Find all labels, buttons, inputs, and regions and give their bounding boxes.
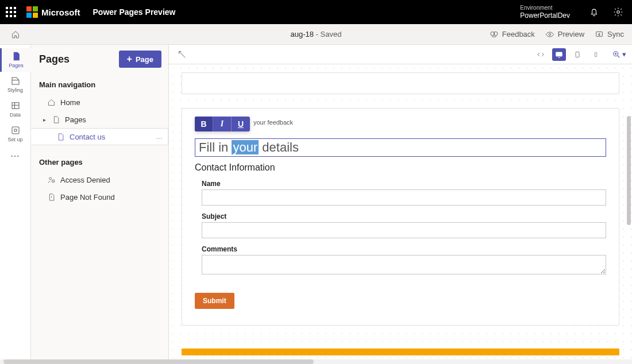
styling-icon: [10, 76, 21, 86]
code-view-button[interactable]: [534, 48, 548, 61]
app-launcher-icon[interactable]: [3, 5, 18, 20]
nav-home[interactable]: Home: [39, 94, 168, 111]
svg-point-8: [14, 129, 17, 132]
chevron-down-icon: ▾: [622, 50, 626, 59]
desktop-view-button[interactable]: [552, 48, 566, 61]
home-button[interactable]: [0, 30, 31, 39]
svg-point-4: [549, 33, 550, 35]
selected-text: your: [232, 140, 259, 154]
environment-name: PowerPortalDev: [520, 11, 570, 20]
label-subject: Subject: [202, 212, 606, 220]
form-subheading: Contact Information: [195, 162, 606, 173]
svg-point-1: [617, 11, 620, 14]
input-subject[interactable]: [202, 222, 606, 238]
bold-button[interactable]: B: [195, 117, 213, 131]
svg-rect-5: [596, 32, 603, 36]
site-status: aug-18 - Saved: [291, 30, 342, 38]
preview-button[interactable]: Preview: [545, 30, 584, 39]
field-name: Name: [195, 180, 606, 206]
new-page-button[interactable]: + Page: [119, 51, 161, 68]
brand-text: Microsoft: [41, 7, 80, 17]
mobile-view-button[interactable]: [589, 48, 603, 61]
italic-button[interactable]: I: [213, 117, 232, 131]
underline-button[interactable]: U: [232, 117, 250, 131]
nav-access-denied[interactable]: Access Denied: [39, 171, 168, 188]
notifications-icon[interactable]: [586, 4, 602, 20]
nav-rail: Pages Styling Data Set up ⋯: [0, 45, 31, 364]
product-name: Power Pages Preview: [93, 7, 176, 17]
environment-picker[interactable]: Environment PowerPortalDev: [505, 5, 570, 20]
rail-styling[interactable]: Styling: [0, 73, 31, 96]
input-comments[interactable]: [202, 255, 606, 274]
horizontal-scrollbar[interactable]: [0, 359, 632, 364]
nav-contact-us[interactable]: Contact us …: [31, 128, 168, 145]
page-alert-icon: [47, 193, 56, 202]
preview-icon: [545, 30, 554, 39]
feedback-icon: [490, 30, 499, 39]
svg-point-9: [49, 177, 52, 180]
command-bar: aug-18 - Saved Feedback Preview Sync: [0, 24, 632, 45]
pages-panel: Pages + Page Main navigation Home ▸ Page…: [31, 45, 169, 364]
svg-rect-6: [12, 103, 19, 109]
canvas-toolbar: ▾: [169, 45, 632, 64]
input-name[interactable]: [202, 189, 606, 206]
data-icon: [10, 100, 21, 111]
feedback-trail-text: your feedback: [253, 119, 606, 126]
svg-rect-13: [595, 52, 596, 57]
item-more-icon[interactable]: …: [156, 133, 163, 141]
rail-pages[interactable]: Pages: [0, 48, 31, 72]
chevron-right-icon: ▸: [41, 117, 47, 123]
environment-icon: [505, 7, 514, 17]
lock-person-icon: [47, 176, 56, 184]
text-format-toolbar: B I U: [195, 117, 250, 131]
titlebar: Microsoft Power Pages Preview Environmen…: [0, 0, 632, 24]
section-main-nav: Main navigation: [39, 80, 168, 89]
heading-editor[interactable]: Fill in your details: [195, 138, 606, 157]
svg-rect-11: [556, 52, 562, 56]
canvas-header-card[interactable]: [182, 72, 619, 94]
nav-page-not-found[interactable]: Page Not Found: [39, 188, 168, 206]
site-name: aug-18: [291, 30, 314, 38]
page-outline-icon: [52, 115, 60, 124]
zoom-control[interactable]: ▾: [612, 50, 626, 59]
field-comments: Comments: [195, 245, 606, 277]
section-other-pages: Other pages: [39, 158, 168, 166]
field-subject: Subject: [195, 212, 606, 238]
panel-title: Pages: [39, 53, 70, 65]
nav-pages-group[interactable]: ▸ Pages: [39, 111, 168, 128]
page-icon: [11, 51, 21, 61]
form-card[interactable]: B I U your feedback Fill in your details…: [182, 108, 619, 326]
microsoft-logo: Microsoft: [26, 6, 80, 18]
vertical-scrollbar[interactable]: [626, 64, 631, 364]
settings-icon[interactable]: [610, 4, 626, 20]
rail-data[interactable]: Data: [0, 98, 31, 121]
footer-accent-bar: [182, 348, 619, 355]
rail-setup[interactable]: Set up: [0, 122, 31, 146]
setup-icon: [10, 125, 21, 135]
rail-more[interactable]: ⋯: [10, 150, 20, 161]
environment-label: Environment: [520, 5, 570, 11]
zoom-icon: [612, 50, 621, 59]
submit-button[interactable]: Submit: [195, 293, 234, 309]
label-comments: Comments: [202, 245, 606, 253]
sync-button[interactable]: Sync: [595, 30, 624, 39]
feedback-button[interactable]: Feedback: [490, 30, 535, 39]
home-icon: [47, 98, 56, 107]
move-handle-icon[interactable]: [175, 47, 190, 62]
svg-rect-0: [507, 9, 512, 16]
sync-icon: [595, 30, 604, 39]
svg-rect-12: [576, 52, 579, 57]
canvas-area: ▾ B I U your feedback Fill in your detai…: [169, 45, 632, 364]
save-status: - Saved: [314, 30, 341, 38]
svg-rect-7: [12, 127, 19, 134]
label-name: Name: [202, 180, 606, 188]
page-outline-icon: [56, 133, 65, 141]
design-canvas[interactable]: B I U your feedback Fill in your details…: [169, 64, 632, 364]
tablet-view-button[interactable]: [571, 48, 584, 61]
